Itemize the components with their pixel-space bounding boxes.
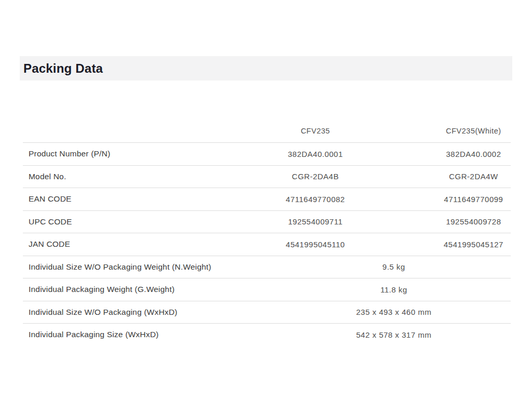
table-row: Individual Size W/O Packaging Weight (N.…: [23, 256, 511, 278]
cell-value: 382DA40.0001: [194, 150, 436, 158]
column-header-cfv235: CFV235: [194, 127, 436, 135]
row-label: Product Number (P/N): [23, 149, 194, 158]
section-title-bar: Packing Data: [20, 56, 512, 81]
cell-value: CGR-2DA4W: [436, 172, 511, 181]
cell-value-span: 11.8 kg: [277, 285, 511, 294]
row-label: EAN CODE: [23, 194, 194, 204]
cell-value-span: 235 x 493 x 460 mm: [277, 308, 511, 316]
cell-value: CGR-2DA4B: [194, 172, 436, 181]
row-label: Individual Packaging Weight (G.Weight): [23, 285, 277, 294]
column-header-cfv235-white: CFV235(White): [436, 127, 511, 135]
table-row: Model No. CGR-2DA4B CGR-2DA4W: [23, 165, 511, 188]
packing-data-table: CFV235 CFV235(White) Product Number (P/N…: [23, 119, 511, 346]
table-row: JAN CODE 4541995045110 4541995045127: [23, 233, 511, 256]
packing-data-page: Packing Data CFV235 CFV235(White) Produc…: [0, 0, 532, 399]
cell-value: 4711649770082: [194, 195, 436, 204]
table-row: Individual Packaging Size (WxHxD) 542 x …: [23, 323, 511, 346]
row-label: UPC CODE: [23, 217, 194, 227]
cell-value-span: 9.5 kg: [277, 262, 511, 271]
row-label: JAN CODE: [23, 240, 194, 249]
cell-value: 4711649770099: [436, 195, 511, 204]
cell-value: 4541995045127: [436, 240, 511, 249]
cell-value: 192554009728: [436, 217, 511, 226]
cell-value-span: 542 x 578 x 317 mm: [277, 330, 511, 339]
row-label: Individual Size W/O Packaging (WxHxD): [23, 308, 277, 317]
table-row: Individual Packaging Weight (G.Weight) 1…: [23, 278, 511, 301]
table-header-row: CFV235 CFV235(White): [23, 119, 511, 142]
table-row: UPC CODE 192554009711 192554009728: [23, 210, 511, 233]
cell-value: 192554009711: [194, 217, 436, 226]
table-row: EAN CODE 4711649770082 4711649770099: [23, 188, 511, 210]
row-label: Individual Size W/O Packaging Weight (N.…: [23, 262, 277, 272]
row-label: Model No.: [23, 172, 194, 181]
page-title: Packing Data: [23, 61, 103, 76]
cell-value: 382DA40.0002: [436, 150, 511, 158]
row-label: Individual Packaging Size (WxHxD): [23, 330, 277, 339]
table-row: Individual Size W/O Packaging (WxHxD) 23…: [23, 301, 511, 324]
table-row: Product Number (P/N) 382DA40.0001 382DA4…: [23, 142, 511, 165]
cell-value: 4541995045110: [194, 240, 436, 249]
